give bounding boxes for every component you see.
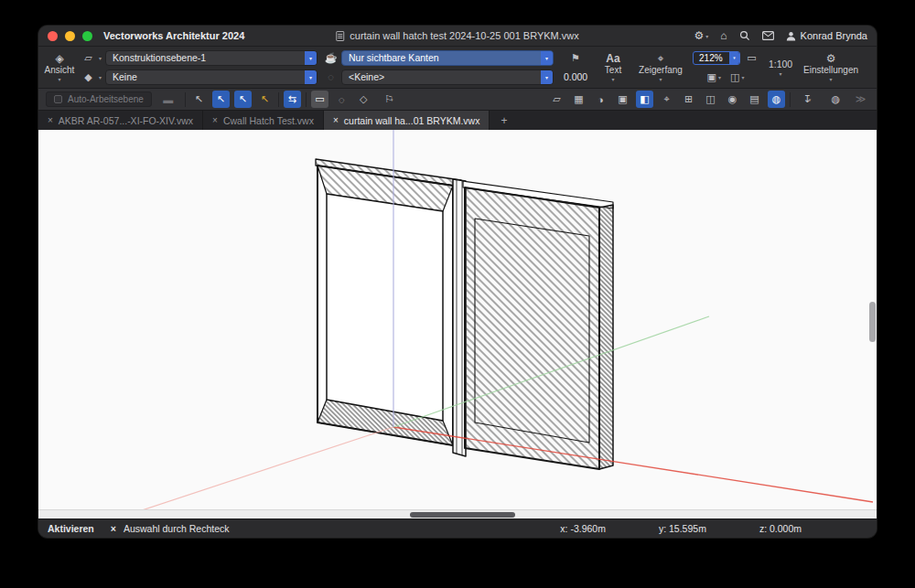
tab-cwall-hatch-test[interactable]: × Cwall Hatch Test.vwx bbox=[203, 111, 324, 130]
export-button[interactable]: ↧ ▾ bbox=[795, 91, 819, 108]
divider bbox=[185, 92, 186, 107]
polygon-icon: ◇ bbox=[360, 93, 367, 105]
clip-cube-button[interactable]: ◫ bbox=[702, 91, 719, 108]
flag-icon[interactable]: ⚑ bbox=[569, 52, 583, 64]
web-view-button[interactable]: ◍ ▾ bbox=[824, 91, 847, 108]
class-dropdown[interactable]: Keine ▾ bbox=[105, 69, 318, 85]
reference-dropdown[interactable]: <Keine> ▾ bbox=[341, 69, 554, 85]
layers-icon[interactable]: ▱ bbox=[81, 52, 95, 64]
settings-button[interactable]: ⚙ Einstellungen ▾ bbox=[802, 48, 859, 86]
selection-filter-button[interactable]: ⚐ ▾ bbox=[377, 91, 401, 108]
more-icon: ≫ bbox=[856, 93, 867, 105]
stack-layers-button[interactable]: ▤ bbox=[746, 91, 763, 108]
chevron-down-icon[interactable]: ▾ bbox=[305, 51, 317, 65]
chevron-down-icon[interactable]: ▾ bbox=[541, 51, 553, 65]
text-label: Text bbox=[605, 65, 621, 75]
home-icon: ⌂ bbox=[720, 29, 727, 42]
monitor-icon[interactable]: ▭ bbox=[745, 52, 759, 64]
toolbar-overflow-button[interactable]: ≫ bbox=[852, 91, 869, 108]
divider bbox=[278, 92, 279, 107]
mail-icon bbox=[762, 31, 774, 40]
contrast-button[interactable]: ◑ bbox=[592, 91, 609, 108]
marquee-rectangle-button[interactable]: ▭ bbox=[311, 91, 328, 108]
visibility-button[interactable]: ◉ bbox=[724, 91, 741, 108]
close-icon[interactable]: × bbox=[111, 523, 116, 534]
render-mode-icon[interactable]: ☕ bbox=[324, 52, 338, 64]
layer-dropdown[interactable]: Konstruktionsebene-1 ▾ bbox=[105, 50, 318, 66]
close-window-button[interactable] bbox=[48, 31, 58, 41]
globe-icon: ◍ bbox=[772, 93, 781, 105]
select-mode-smart-button[interactable]: ↖ bbox=[256, 91, 274, 108]
marquee-lasso-button[interactable]: ◌ bbox=[333, 91, 350, 108]
flyover-button[interactable]: ⌖ bbox=[658, 91, 675, 108]
select-mode-single-button[interactable]: ↖ bbox=[190, 91, 208, 108]
reference-icon[interactable]: ◌ bbox=[324, 71, 338, 82]
horizontal-scrollbar[interactable] bbox=[38, 509, 877, 519]
close-icon[interactable]: × bbox=[333, 115, 339, 125]
view-menu-button[interactable]: ◈ Ansicht ▾ bbox=[44, 48, 75, 86]
drawing-canvas[interactable] bbox=[38, 130, 877, 509]
ruler-button[interactable]: ▱ bbox=[548, 91, 565, 108]
document-title-text: curtain wall hatch test 2024-10-25 001 B… bbox=[350, 30, 578, 41]
publish-button[interactable]: ◍ bbox=[768, 91, 785, 108]
horizontal-scrollbar-thumb[interactable] bbox=[410, 512, 515, 518]
zoom-window-button[interactable] bbox=[82, 31, 92, 41]
marquee-polygon-button[interactable]: ◇ bbox=[355, 91, 372, 108]
close-icon[interactable]: × bbox=[212, 115, 218, 125]
tab-label: AKBR AR-057...-XI-FO-XIV.vwx bbox=[59, 115, 193, 126]
worksheet-button[interactable]: ▦ bbox=[570, 91, 587, 108]
zoom-input[interactable]: 212% ▾ bbox=[693, 51, 740, 65]
grid-button[interactable]: ⊞ bbox=[680, 91, 697, 108]
chevron-down-icon: ▾ bbox=[99, 55, 102, 61]
divider bbox=[306, 92, 307, 107]
auto-workplane-toggle[interactable]: Auto-Arbeitsebene bbox=[46, 91, 152, 107]
tab-label: curtain wall ha...01 BRYKM.vwx bbox=[344, 115, 480, 126]
clip-cube-icon: ◫ bbox=[705, 93, 715, 105]
chevron-down-icon[interactable]: ▾ bbox=[729, 52, 739, 64]
keyboard-icon: ▬ bbox=[163, 94, 173, 105]
messages-button[interactable] bbox=[762, 31, 774, 40]
render-mode-dropdown[interactable]: Nur sichtbare Kanten ▾ bbox=[341, 50, 554, 66]
select-mode-marquee-button[interactable]: ↖ bbox=[212, 91, 230, 108]
close-icon[interactable]: × bbox=[48, 115, 53, 125]
auto-workplane-label: Auto-Arbeitsebene bbox=[68, 94, 144, 104]
zoom-value: 212% bbox=[699, 53, 723, 63]
home-button[interactable]: ⌂ bbox=[720, 29, 727, 42]
settings-menu-button[interactable]: ⚙ ▾ bbox=[694, 29, 709, 42]
status-bar: Aktivieren × Auswahl durch Rechteck x: -… bbox=[38, 519, 877, 538]
tab-curtain-wall-active[interactable]: × curtain wall ha...01 BRYKM.vwx bbox=[324, 111, 490, 130]
chevron-down-icon[interactable]: ▾ bbox=[305, 70, 317, 84]
cursor-icon: ↖ bbox=[261, 93, 269, 105]
snapping-button[interactable]: ⌖ Zeigerfang ▾ bbox=[635, 48, 686, 86]
gear-icon: ⚙ bbox=[694, 29, 705, 42]
viewports-button[interactable]: ▣ bbox=[614, 91, 631, 108]
user-account-button[interactable]: Konrad Brynda bbox=[786, 30, 867, 41]
scale-button[interactable]: 1:100 ▾ bbox=[765, 48, 796, 86]
text-tool-button[interactable]: Aa Text ▾ bbox=[597, 48, 629, 86]
eye-icon: ◉ bbox=[728, 93, 737, 105]
settings-label: Einstellungen bbox=[803, 65, 858, 75]
camera-side-button[interactable]: ◫ ▾ bbox=[730, 71, 744, 83]
render-mode-value: Nur sichtbare Kanten bbox=[349, 52, 439, 63]
chevron-down-icon[interactable]: ▾ bbox=[541, 70, 553, 84]
app-window: Vectorworks Architektur 2024 curtain wal… bbox=[38, 26, 877, 538]
reference-dropdown-value: <Keine> bbox=[349, 71, 384, 82]
select-mode-grid-button[interactable]: ↖ bbox=[234, 91, 252, 108]
search-button[interactable] bbox=[739, 30, 750, 41]
camera-view-button[interactable]: ▣ ▾ bbox=[707, 71, 721, 83]
interactive-scale-button[interactable]: ⇆ bbox=[284, 91, 301, 108]
tool-options-bar: Auto-Arbeitsebene ▬ ↖ ↖ ↖ ↖ ⇆ ▭ ◌ ◇ ⚐ ▾ … bbox=[38, 88, 877, 110]
cube-icon: ◧ bbox=[640, 93, 649, 105]
minimize-window-button[interactable] bbox=[65, 31, 75, 41]
tab-akbr[interactable]: × AKBR AR-057...-XI-FO-XIV.vwx bbox=[38, 111, 203, 130]
workplane-list-button[interactable]: ▬ bbox=[156, 91, 180, 108]
title-bar: Vectorworks Architektur 2024 curtain wal… bbox=[38, 26, 877, 46]
chevron-down-icon: ▾ bbox=[718, 74, 721, 80]
class-dropdown-value: Keine bbox=[113, 71, 137, 82]
classes-icon[interactable]: ◆ bbox=[81, 71, 95, 83]
unified-view-button[interactable]: ◧ bbox=[636, 91, 653, 108]
document-icon bbox=[336, 31, 344, 41]
view-icon: ◈ bbox=[55, 53, 63, 64]
vertical-scrollbar-thumb[interactable] bbox=[869, 302, 876, 342]
new-tab-button[interactable]: + bbox=[490, 111, 518, 130]
